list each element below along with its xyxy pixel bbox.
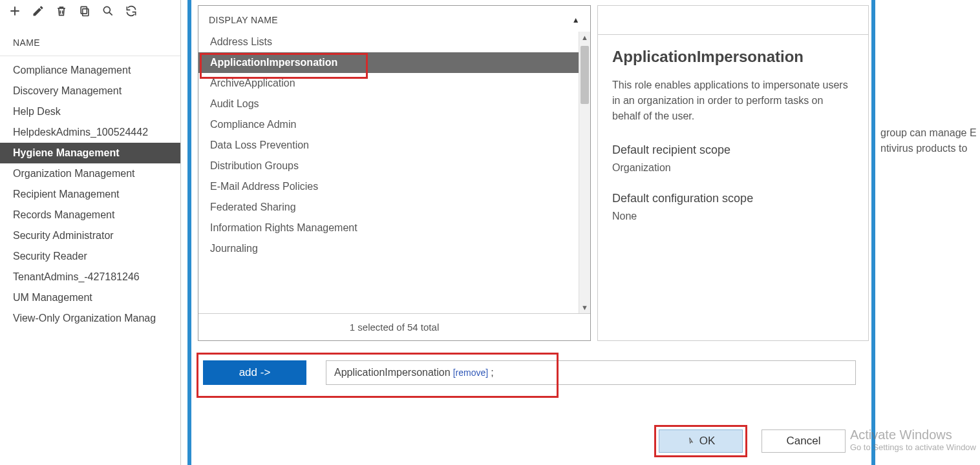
sidebar-column-header[interactable]: NAME bbox=[0, 25, 180, 56]
role-item[interactable]: Address Lists bbox=[198, 32, 590, 52]
sidebar-item[interactable]: Recipient Management bbox=[0, 184, 180, 205]
sidebar-item[interactable]: HelpdeskAdmins_100524442 bbox=[0, 122, 180, 143]
role-item[interactable]: Information Rights Management bbox=[198, 218, 590, 238]
role-item[interactable]: Federated Sharing bbox=[198, 197, 590, 218]
sort-asc-icon[interactable]: ▲ bbox=[572, 16, 580, 25]
sidebar-panel: NAME Compliance ManagementDiscovery Mana… bbox=[0, 0, 181, 465]
sidebar-toolbar bbox=[0, 0, 180, 25]
role-item[interactable]: Data Loss Prevention bbox=[198, 135, 590, 156]
svg-rect-1 bbox=[81, 6, 87, 14]
separator: ; bbox=[491, 367, 493, 378]
sidebar-item[interactable]: Organization Management bbox=[0, 163, 180, 184]
add-icon[interactable] bbox=[8, 4, 22, 18]
role-item[interactable]: Audit Logs bbox=[198, 94, 590, 114]
role-item[interactable]: Distribution Groups bbox=[198, 156, 590, 176]
role-detail-box: ApplicationImpersonation This role enabl… bbox=[597, 5, 869, 341]
role-list-header[interactable]: DISPLAY NAME bbox=[209, 15, 278, 25]
sidebar-item[interactable]: Security Administrator bbox=[0, 225, 180, 246]
detail-title: ApplicationImpersonation bbox=[612, 48, 854, 66]
ok-button[interactable]: OK bbox=[659, 429, 743, 453]
svg-point-2 bbox=[103, 6, 110, 13]
config-scope-value: None bbox=[612, 211, 854, 222]
sidebar-item[interactable]: Records Management bbox=[0, 205, 180, 225]
sidebar-item[interactable]: Help Desk bbox=[0, 101, 180, 122]
scrollbar[interactable]: ▲ ▼ bbox=[579, 32, 590, 313]
cursor-icon bbox=[687, 437, 696, 446]
sidebar-item[interactable]: UM Management bbox=[0, 287, 180, 308]
detail-topbar bbox=[598, 6, 868, 35]
role-list-box: DISPLAY NAME ▲ Address ListsApplicationI… bbox=[198, 5, 591, 341]
selected-role-name: ApplicationImpersonation bbox=[334, 367, 451, 378]
cancel-button[interactable]: Cancel bbox=[762, 429, 846, 453]
cropped-background-text: group can manage E ntivirus products to bbox=[880, 125, 977, 156]
watermark-line-1: Activate Windows bbox=[850, 428, 976, 442]
selection-status: 1 selected of 54 total bbox=[198, 313, 590, 340]
windows-activation-watermark: Activate Windows Go to Settings to activ… bbox=[850, 428, 976, 452]
cancel-label: Cancel bbox=[787, 435, 821, 448]
refresh-icon[interactable] bbox=[124, 4, 138, 18]
role-item[interactable]: Journaling bbox=[198, 238, 590, 259]
watermark-line-2: Go to Settings to activate Window bbox=[850, 442, 976, 452]
scroll-thumb[interactable] bbox=[581, 46, 589, 104]
role-item[interactable]: ApplicationImpersonation bbox=[198, 52, 590, 73]
remove-link[interactable]: [remove] bbox=[453, 367, 488, 378]
selected-roles-box[interactable]: ApplicationImpersonation [remove] ; bbox=[326, 360, 856, 385]
scroll-down-icon[interactable]: ▼ bbox=[579, 302, 590, 313]
role-picker-dialog: DISPLAY NAME ▲ Address ListsApplicationI… bbox=[187, 0, 875, 465]
crop-line-1: group can manage E bbox=[880, 125, 977, 141]
copy-icon[interactable] bbox=[78, 4, 92, 18]
crop-line-2: ntivirus products to bbox=[880, 141, 977, 156]
sidebar-item[interactable]: Hygiene Management bbox=[0, 143, 180, 163]
role-item[interactable]: E-Mail Address Policies bbox=[198, 176, 590, 197]
sidebar-item[interactable]: Discovery Management bbox=[0, 81, 180, 101]
add-button[interactable]: add -> bbox=[203, 360, 306, 385]
detail-description: This role enables applications to impers… bbox=[612, 78, 854, 124]
role-item[interactable]: Compliance Admin bbox=[198, 114, 590, 135]
recipient-scope-value: Organization bbox=[612, 162, 854, 174]
sidebar-item[interactable]: View-Only Organization Manag bbox=[0, 308, 180, 329]
recipient-scope-label: Default recipient scope bbox=[612, 143, 854, 157]
sidebar-item[interactable]: Compliance Management bbox=[0, 60, 180, 81]
config-scope-label: Default configuration scope bbox=[612, 192, 854, 205]
role-item[interactable]: ArchiveApplication bbox=[198, 73, 590, 94]
scroll-up-icon[interactable]: ▲ bbox=[579, 32, 590, 43]
highlight-ok-button: OK bbox=[654, 425, 747, 457]
sidebar-item[interactable]: Security Reader bbox=[0, 246, 180, 267]
delete-icon[interactable] bbox=[54, 4, 69, 18]
sidebar-item[interactable]: TenantAdmins_-427181246 bbox=[0, 267, 180, 287]
search-icon[interactable] bbox=[101, 4, 115, 18]
ok-label: OK bbox=[699, 435, 716, 448]
edit-icon[interactable] bbox=[31, 4, 45, 18]
svg-rect-0 bbox=[83, 9, 89, 16]
